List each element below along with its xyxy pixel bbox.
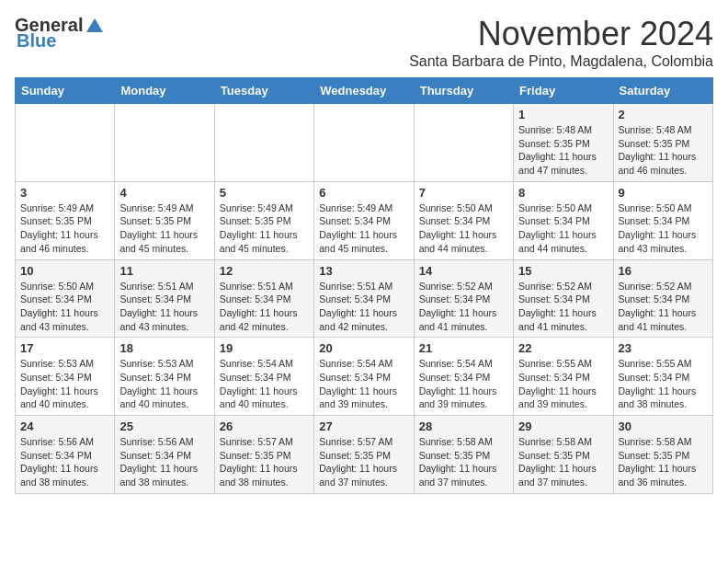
calendar-cell <box>115 104 214 182</box>
calendar-cell: 25Sunrise: 5:56 AM Sunset: 5:34 PM Dayli… <box>115 416 214 494</box>
day-number: 3 <box>20 186 109 200</box>
day-number: 19 <box>220 341 309 355</box>
day-info: Sunrise: 5:56 AM Sunset: 5:34 PM Dayligh… <box>119 435 209 489</box>
day-number: 7 <box>419 186 508 200</box>
calendar-cell: 5Sunrise: 5:49 AM Sunset: 5:35 PM Daylig… <box>214 181 313 259</box>
day-number: 9 <box>619 186 708 200</box>
day-info: Sunrise: 5:54 AM Sunset: 5:34 PM Dayligh… <box>419 357 508 411</box>
day-info: Sunrise: 5:57 AM Sunset: 5:35 PM Dayligh… <box>220 435 309 489</box>
day-number: 23 <box>619 341 708 355</box>
day-number: 18 <box>119 341 209 355</box>
day-number: 29 <box>518 419 608 433</box>
day-info: Sunrise: 5:57 AM Sunset: 5:35 PM Dayligh… <box>319 435 408 489</box>
calendar-cell: 24Sunrise: 5:56 AM Sunset: 5:34 PM Dayli… <box>16 416 115 494</box>
day-number: 5 <box>220 186 309 200</box>
day-info: Sunrise: 5:48 AM Sunset: 5:35 PM Dayligh… <box>619 123 708 178</box>
calendar-cell: 18Sunrise: 5:53 AM Sunset: 5:34 PM Dayli… <box>115 338 214 416</box>
day-info: Sunrise: 5:49 AM Sunset: 5:34 PM Dayligh… <box>319 201 408 256</box>
calendar-cell: 12Sunrise: 5:51 AM Sunset: 5:34 PM Dayli… <box>214 259 313 338</box>
title-block: November 2024 Santa Barbara de Pinto, Ma… <box>409 15 713 70</box>
calendar-cell: 28Sunrise: 5:58 AM Sunset: 5:35 PM Dayli… <box>414 416 513 494</box>
day-number: 13 <box>319 264 408 278</box>
calendar-cell: 11Sunrise: 5:51 AM Sunset: 5:34 PM Dayli… <box>115 259 214 338</box>
calendar-cell: 17Sunrise: 5:53 AM Sunset: 5:34 PM Dayli… <box>16 338 115 416</box>
logo: General Blue <box>15 15 105 52</box>
calendar-cell: 27Sunrise: 5:57 AM Sunset: 5:35 PM Dayli… <box>314 416 414 494</box>
day-info: Sunrise: 5:50 AM Sunset: 5:34 PM Dayligh… <box>419 201 508 256</box>
calendar-cell: 8Sunrise: 5:50 AM Sunset: 5:34 PM Daylig… <box>514 181 613 259</box>
logo-blue: Blue <box>17 30 56 52</box>
day-info: Sunrise: 5:52 AM Sunset: 5:34 PM Dayligh… <box>619 280 708 334</box>
day-number: 17 <box>20 341 109 355</box>
column-header-monday: Monday <box>115 78 214 104</box>
calendar-cell: 14Sunrise: 5:52 AM Sunset: 5:34 PM Dayli… <box>414 259 513 338</box>
day-info: Sunrise: 5:53 AM Sunset: 5:34 PM Dayligh… <box>20 357 109 411</box>
day-info: Sunrise: 5:58 AM Sunset: 5:35 PM Dayligh… <box>518 435 608 489</box>
day-info: Sunrise: 5:56 AM Sunset: 5:34 PM Dayligh… <box>20 435 109 489</box>
day-number: 14 <box>419 264 508 278</box>
calendar-cell: 19Sunrise: 5:54 AM Sunset: 5:34 PM Dayli… <box>214 338 313 416</box>
calendar-cell: 15Sunrise: 5:52 AM Sunset: 5:34 PM Dayli… <box>514 259 613 338</box>
column-header-saturday: Saturday <box>613 78 712 104</box>
calendar-cell <box>214 104 313 182</box>
logo-icon <box>85 16 105 36</box>
column-header-sunday: Sunday <box>16 78 115 104</box>
column-header-tuesday: Tuesday <box>214 78 313 104</box>
day-number: 22 <box>518 341 608 355</box>
svg-marker-0 <box>86 18 103 32</box>
day-number: 6 <box>319 186 408 200</box>
day-number: 28 <box>419 419 508 433</box>
calendar-cell: 2Sunrise: 5:48 AM Sunset: 5:35 PM Daylig… <box>613 104 712 182</box>
day-number: 10 <box>20 264 109 278</box>
day-number: 15 <box>518 264 608 278</box>
day-info: Sunrise: 5:53 AM Sunset: 5:34 PM Dayligh… <box>119 357 209 411</box>
day-number: 16 <box>619 264 708 278</box>
calendar-cell: 29Sunrise: 5:58 AM Sunset: 5:35 PM Dayli… <box>514 416 613 494</box>
day-info: Sunrise: 5:55 AM Sunset: 5:34 PM Dayligh… <box>518 357 608 411</box>
day-number: 25 <box>119 419 209 433</box>
day-info: Sunrise: 5:55 AM Sunset: 5:34 PM Dayligh… <box>619 357 708 411</box>
calendar-cell: 6Sunrise: 5:49 AM Sunset: 5:34 PM Daylig… <box>314 181 414 259</box>
day-info: Sunrise: 5:49 AM Sunset: 5:35 PM Dayligh… <box>220 201 309 256</box>
day-info: Sunrise: 5:52 AM Sunset: 5:34 PM Dayligh… <box>419 280 508 334</box>
calendar-cell <box>16 104 115 182</box>
day-number: 8 <box>518 186 608 200</box>
calendar-cell: 23Sunrise: 5:55 AM Sunset: 5:34 PM Dayli… <box>613 338 712 416</box>
calendar-cell: 3Sunrise: 5:49 AM Sunset: 5:35 PM Daylig… <box>16 181 115 259</box>
day-number: 12 <box>220 264 309 278</box>
calendar-cell: 7Sunrise: 5:50 AM Sunset: 5:34 PM Daylig… <box>414 181 513 259</box>
day-number: 26 <box>220 419 309 433</box>
calendar-cell: 22Sunrise: 5:55 AM Sunset: 5:34 PM Dayli… <box>514 338 613 416</box>
calendar-cell <box>314 104 414 182</box>
day-number: 24 <box>20 419 109 433</box>
day-info: Sunrise: 5:50 AM Sunset: 5:34 PM Dayligh… <box>20 280 109 334</box>
day-info: Sunrise: 5:51 AM Sunset: 5:34 PM Dayligh… <box>220 280 309 334</box>
calendar-cell <box>414 104 513 182</box>
day-info: Sunrise: 5:49 AM Sunset: 5:35 PM Dayligh… <box>119 201 209 256</box>
calendar-week-row: 24Sunrise: 5:56 AM Sunset: 5:34 PM Dayli… <box>16 416 713 494</box>
day-info: Sunrise: 5:52 AM Sunset: 5:34 PM Dayligh… <box>518 280 608 334</box>
day-info: Sunrise: 5:51 AM Sunset: 5:34 PM Dayligh… <box>319 280 408 334</box>
calendar-cell: 30Sunrise: 5:58 AM Sunset: 5:35 PM Dayli… <box>613 416 712 494</box>
day-info: Sunrise: 5:48 AM Sunset: 5:35 PM Dayligh… <box>518 123 608 178</box>
day-info: Sunrise: 5:58 AM Sunset: 5:35 PM Dayligh… <box>419 435 508 489</box>
day-number: 21 <box>419 341 508 355</box>
page-header: General Blue November 2024 Santa Barbara… <box>15 15 713 70</box>
day-number: 11 <box>119 264 209 278</box>
day-info: Sunrise: 5:51 AM Sunset: 5:34 PM Dayligh… <box>119 280 209 334</box>
location-title: Santa Barbara de Pinto, Magdalena, Colom… <box>409 53 713 70</box>
calendar-week-row: 17Sunrise: 5:53 AM Sunset: 5:34 PM Dayli… <box>16 338 713 416</box>
day-number: 30 <box>619 419 708 433</box>
column-header-thursday: Thursday <box>414 78 513 104</box>
day-info: Sunrise: 5:49 AM Sunset: 5:35 PM Dayligh… <box>20 201 109 256</box>
calendar-cell: 9Sunrise: 5:50 AM Sunset: 5:34 PM Daylig… <box>613 181 712 259</box>
calendar-cell: 10Sunrise: 5:50 AM Sunset: 5:34 PM Dayli… <box>16 259 115 338</box>
calendar-table: SundayMondayTuesdayWednesdayThursdayFrid… <box>15 77 713 494</box>
calendar-cell: 26Sunrise: 5:57 AM Sunset: 5:35 PM Dayli… <box>214 416 313 494</box>
calendar-cell: 1Sunrise: 5:48 AM Sunset: 5:35 PM Daylig… <box>514 104 613 182</box>
calendar-cell: 16Sunrise: 5:52 AM Sunset: 5:34 PM Dayli… <box>613 259 712 338</box>
calendar-week-row: 10Sunrise: 5:50 AM Sunset: 5:34 PM Dayli… <box>16 259 713 338</box>
calendar-week-row: 1Sunrise: 5:48 AM Sunset: 5:35 PM Daylig… <box>16 104 713 182</box>
day-info: Sunrise: 5:50 AM Sunset: 5:34 PM Dayligh… <box>619 201 708 256</box>
calendar-week-row: 3Sunrise: 5:49 AM Sunset: 5:35 PM Daylig… <box>16 181 713 259</box>
